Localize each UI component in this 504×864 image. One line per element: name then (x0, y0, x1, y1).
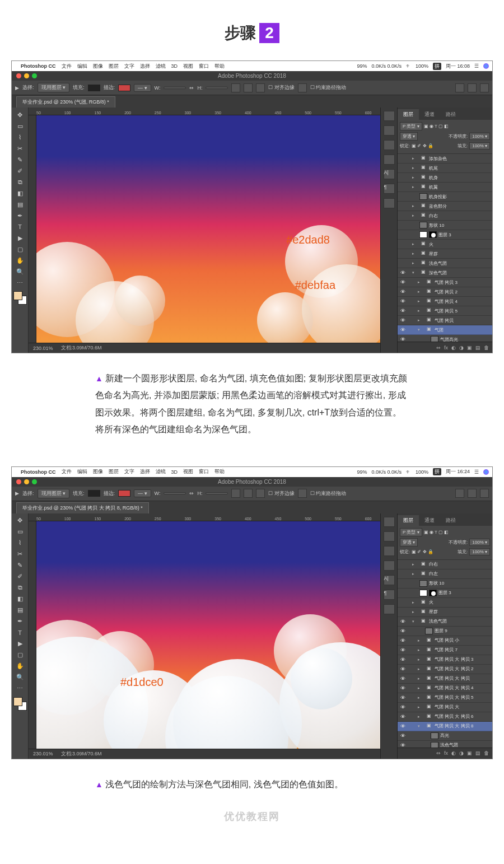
menu-window[interactable]: 窗口 (199, 63, 209, 70)
document-tab[interactable]: 毕业作业.psd @ 230% (气团, RGB/8) * (16, 96, 115, 108)
visibility-toggle[interactable]: 👁 (399, 203, 407, 209)
swatches-icon[interactable] (384, 140, 395, 150)
menu-filter[interactable]: 滤镜 (156, 63, 166, 70)
menu-view[interactable]: 视图 (183, 63, 193, 70)
disclosure-icon[interactable]: ▸ (418, 318, 423, 323)
disclosure-icon[interactable]: ▸ (418, 686, 423, 690)
visibility-toggle[interactable]: 👁 (399, 714, 407, 720)
visibility-toggle[interactable]: 👁 (399, 695, 407, 700)
ime-badge[interactable]: 拼 (433, 63, 441, 70)
visibility-toggle[interactable]: 👁 (399, 184, 407, 190)
layer-row[interactable]: 👁▾▣深色气团 (398, 268, 492, 278)
color-icon[interactable] (384, 531, 395, 541)
layer-row[interactable]: 👁▸▣添加杂色 (398, 154, 492, 164)
adjustments-icon[interactable] (384, 155, 395, 165)
menu-file[interactable]: 文件 (62, 63, 72, 70)
visibility-toggle[interactable]: 👁 (399, 279, 407, 285)
disclosure-icon[interactable]: ▸ (418, 638, 423, 643)
visibility-toggle[interactable]: 👁 (399, 628, 407, 634)
more-tools[interactable]: ⋯ (14, 278, 26, 288)
layer-list[interactable]: 👁▸▣添加杂色👁▸▣机尾👁▸▣机身👁▸▣机翼👁机身投影👁▸▣蓝色部分👁▸▣白右👁… (398, 154, 492, 342)
pathops-icon[interactable] (231, 489, 240, 498)
pen-tool[interactable]: ✒ (14, 211, 26, 221)
visibility-toggle[interactable]: 👁 (399, 685, 407, 691)
layer-row[interactable]: 👁▸▣星群 (398, 608, 492, 617)
stroke-width[interactable]: — ▾ (134, 84, 151, 92)
layer-row[interactable]: 👁▸▣气团 拷贝 (398, 316, 492, 325)
select-dropdown[interactable]: 现用图层 ▾ (38, 489, 70, 498)
visibility-toggle[interactable]: 👁 (399, 222, 407, 228)
link-layers-icon[interactable]: ⇔ (436, 750, 441, 756)
disclosure-icon[interactable]: ▸ (418, 309, 423, 313)
tab-layers[interactable]: 图层 (398, 515, 419, 526)
visibility-toggle[interactable]: 👁 (399, 327, 407, 333)
visibility-toggle[interactable]: 👁 (399, 723, 407, 729)
fill-swatch[interactable] (88, 85, 100, 91)
visibility-toggle[interactable]: 👁 (399, 562, 407, 567)
visibility-toggle[interactable]: 👁 (399, 298, 407, 304)
filter-icons[interactable]: ▣ ◉ T ▢ ◧ (424, 530, 449, 535)
layer-row[interactable]: 👁形状 10 (398, 221, 492, 230)
layer-row[interactable]: 👁形状 10 (398, 579, 492, 589)
blend-mode[interactable]: 穿透 ▾ (400, 538, 418, 547)
doc-size[interactable]: 文档:3.09M/70.6M (61, 750, 102, 758)
visibility-toggle[interactable]: 👁 (399, 676, 407, 681)
fill-value[interactable]: 100% ▾ (469, 548, 490, 555)
visibility-toggle[interactable]: 👁 (399, 260, 407, 266)
marquee-tool[interactable]: ▭ (14, 121, 26, 131)
align-edges-checkbox[interactable]: ☐ 对齐边缘 (268, 84, 295, 91)
move-tool[interactable]: ✥ (14, 516, 26, 526)
horizontal-ruler[interactable]: 50100150200250300350400450500550600 (29, 108, 380, 115)
doc-size[interactable]: 文档:3.09M/70.6M (61, 344, 102, 352)
align-icon[interactable] (244, 489, 253, 498)
visibility-toggle[interactable]: 👁 (399, 232, 407, 237)
siri-icon[interactable] (483, 469, 489, 475)
blend-mode[interactable]: 穿透 ▾ (400, 132, 418, 141)
visibility-toggle[interactable]: 👁 (399, 742, 407, 748)
gradient-tool[interactable]: ▤ (14, 199, 26, 209)
layer-row[interactable]: 👁▸▣气团 拷贝 大 拷贝 6 (398, 712, 492, 722)
para-icon[interactable]: ¶ (384, 184, 395, 194)
wifi-icon[interactable]: ᯤ (406, 469, 411, 475)
close-button[interactable] (16, 73, 21, 78)
search-icon[interactable] (455, 83, 464, 92)
menu-3d[interactable]: 3D (171, 469, 178, 475)
siri-icon[interactable] (483, 63, 489, 69)
visibility-toggle[interactable]: 👁 (399, 581, 407, 586)
align-edges-checkbox[interactable]: ☐ 对齐边缘 (268, 490, 295, 497)
filter-icons[interactable]: ▣ ◉ T ▢ ◧ (424, 124, 449, 129)
path-select-tool[interactable]: ▶ (14, 233, 26, 243)
layer-row[interactable]: 👁▸▣气团 拷贝 3 (398, 278, 492, 287)
ime-badge[interactable]: 拼 (433, 468, 441, 475)
para-icon[interactable]: ¶ (384, 590, 395, 600)
hand-tool[interactable]: ✋ (14, 661, 26, 671)
disclosure-icon[interactable]: ▸ (412, 251, 418, 256)
align-icon[interactable] (244, 83, 253, 92)
layer-row[interactable]: 👁▸▣火 (398, 240, 492, 249)
visibility-toggle[interactable]: 👁 (399, 590, 407, 596)
hand-tool[interactable]: ✋ (14, 255, 26, 265)
layer-row[interactable]: 👁▸▣气团 拷贝 4 (398, 297, 492, 306)
clone-tool[interactable]: ⧉ (14, 583, 26, 593)
visibility-toggle[interactable]: 👁 (399, 704, 407, 710)
menu-select[interactable]: 选择 (140, 63, 150, 70)
disclosure-icon[interactable]: ▸ (412, 156, 418, 161)
minimize-button[interactable] (24, 479, 29, 484)
disclosure-icon[interactable]: ▸ (418, 299, 423, 303)
share-icon[interactable] (480, 83, 489, 92)
layer-row[interactable]: 👁▸▣气团 拷贝 小 (398, 636, 492, 646)
zoom-tool[interactable]: 🔍 (14, 267, 26, 277)
menu-layer[interactable]: 图层 (109, 468, 119, 475)
crop-tool[interactable]: ✂ (14, 143, 26, 153)
disclosure-icon[interactable]: ▾ (418, 724, 423, 728)
disclosure-icon[interactable]: ▸ (418, 667, 423, 671)
new-layer-icon[interactable]: ▤ (475, 750, 480, 756)
layer-row[interactable]: 👁▾▣气团 拷贝 大 拷贝 8 (398, 722, 492, 731)
group-icon[interactable]: ▣ (467, 750, 472, 756)
menu-view[interactable]: 视图 (183, 468, 193, 475)
link-icon[interactable]: ⇔ (189, 85, 194, 91)
visibility-toggle[interactable]: 👁 (399, 619, 407, 624)
visibility-toggle[interactable]: 👁 (399, 251, 407, 256)
disclosure-icon[interactable]: ▸ (412, 204, 418, 208)
height-input[interactable] (206, 87, 228, 89)
